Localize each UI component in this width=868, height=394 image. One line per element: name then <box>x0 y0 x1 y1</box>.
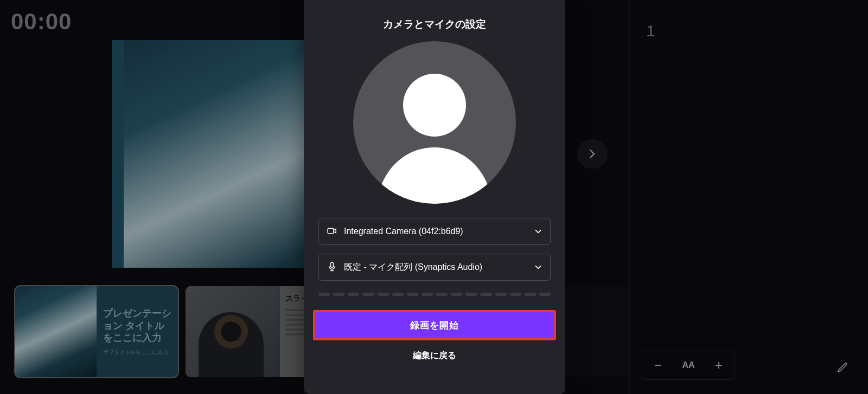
microphone-icon <box>327 261 337 274</box>
svg-rect-2 <box>328 228 334 233</box>
chevron-down-icon <box>534 227 542 236</box>
microphone-select-label: 既定 - マイク配列 (Synaptics Audio) <box>344 262 527 273</box>
svg-point-1 <box>403 74 466 137</box>
camera-select-label: Integrated Camera (04f2:b6d9) <box>344 227 527 236</box>
thumbnail-text-panel: プレゼンテーション タイトルをここに入力 サブタイトルをここに入力 <box>97 286 178 377</box>
slide-thumbnail-1[interactable]: プレゼンテーション タイトルをここに入力 サブタイトルをここに入力 <box>15 286 178 377</box>
notes-panel: 1 − AA + <box>629 0 868 394</box>
person-icon <box>353 41 516 204</box>
thumbnail-title: プレゼンテーション タイトルをここに入力 <box>103 307 171 344</box>
thumbnail-image <box>15 286 97 377</box>
camera-preview-avatar <box>353 41 516 204</box>
text-size-toolbar: − AA + <box>642 351 735 380</box>
back-to-edit-link[interactable]: 編集に戻る <box>413 350 456 361</box>
camera-icon <box>327 225 337 238</box>
modal-title: カメラとマイクの設定 <box>383 17 486 31</box>
recording-timer: 00:00 <box>11 9 72 35</box>
text-smaller-button[interactable]: − <box>646 354 671 376</box>
camera-mic-settings-modal: カメラとマイクの設定 Integrated Camera (04f2:b6d9)… <box>304 0 565 394</box>
text-size-indicator[interactable]: AA <box>676 354 701 376</box>
svg-rect-3 <box>331 262 334 267</box>
chevron-down-icon <box>534 263 542 272</box>
next-slide-button[interactable] <box>577 139 608 169</box>
mic-level-meter <box>318 293 551 297</box>
pencil-icon <box>837 361 848 373</box>
text-larger-button[interactable]: + <box>706 354 731 376</box>
start-recording-highlight: 録画を開始 <box>313 310 556 340</box>
thumbnail-subtitle: サブタイトルをここに入力 <box>103 348 171 356</box>
edit-notes-button[interactable] <box>830 355 855 380</box>
page-number: 1 <box>646 22 655 40</box>
microphone-select[interactable]: 既定 - マイク配列 (Synaptics Audio) <box>318 254 551 281</box>
chevron-right-icon <box>587 148 598 159</box>
start-recording-button[interactable]: 録画を開始 <box>315 312 554 338</box>
camera-select[interactable]: Integrated Camera (04f2:b6d9) <box>318 218 551 245</box>
